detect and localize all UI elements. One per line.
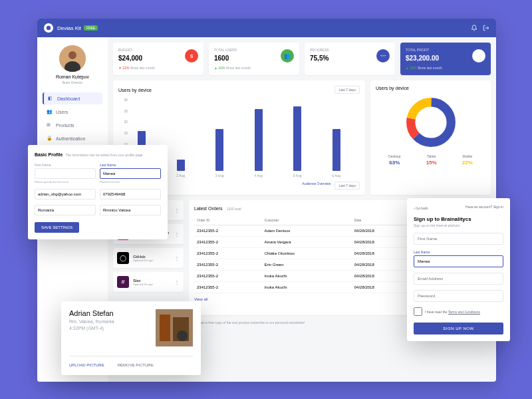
more-icon[interactable]: ⋮ [174, 279, 180, 285]
city-input[interactable] [100, 205, 161, 215]
svg-point-0 [47, 26, 51, 30]
terms-checkbox[interactable] [414, 307, 422, 316]
profile-card: Adrian Stefan Rm. Valcea, Romania 4:32PM… [61, 301, 201, 375]
users-icon: 👥 [281, 49, 294, 63]
more-icon[interactable]: ⋮ [174, 255, 180, 261]
sidebar-item-authentication[interactable]: 🔒Authentication [43, 132, 102, 144]
exit-icon[interactable] [483, 25, 489, 31]
audience-link[interactable]: Audience Overview [302, 182, 331, 190]
last-name-input[interactable] [100, 168, 161, 179]
user-name: Roman Kutepov [43, 74, 102, 79]
dashboard-icon: ◧ [48, 96, 53, 101]
first-name-input[interactable] [35, 168, 96, 179]
brand-name: Devias Kit [57, 25, 81, 31]
user-avatar[interactable] [59, 45, 86, 72]
products-icon: ⊞ [47, 122, 52, 128]
more-icon[interactable]: ⋮ [174, 231, 180, 237]
donut-chart [404, 96, 458, 149]
device-stat: Desktop63% [388, 154, 400, 166]
terms-link[interactable]: Terms and Conditions [448, 310, 480, 314]
bar: 5 Aug [281, 106, 315, 178]
donut-title: Users by device [376, 86, 409, 90]
signup-password[interactable] [414, 290, 503, 302]
sidebar-item-products[interactable]: ⊞Products [43, 119, 102, 131]
device-stat: Tablet15% [426, 154, 437, 166]
chart-title: Users by device [118, 88, 152, 92]
bill-icon: ▭ [472, 49, 485, 63]
bar: 6 Aug [320, 129, 354, 178]
donut-panel: Users by device Desktop63%Tablet15%Mobil… [370, 80, 491, 195]
country-input[interactable] [35, 205, 96, 215]
sidebar-item-users[interactable]: 👥Users [43, 106, 102, 118]
app-item[interactable]: ◯GitHubUpdated 5hr ago⋮ [113, 248, 184, 268]
go-back-link[interactable]: ‹ Go back [414, 206, 428, 210]
kpi-card: BUDGET$24,000$▼ 12% Since last month [113, 43, 203, 75]
range-select-2[interactable]: Last 7 days [334, 182, 360, 190]
svg-rect-8 [160, 315, 170, 341]
bar: 3 Aug [203, 129, 237, 178]
upload-picture-button[interactable]: UPLOAD PICTURE [69, 363, 104, 367]
topbar: Devias Kit FREE [37, 19, 496, 37]
svg-point-10 [177, 331, 188, 341]
email-input[interactable] [35, 189, 96, 200]
kpi-card: TOTAL USERS1600👥▲ 16% Since last month [209, 43, 299, 75]
signup-first-name[interactable] [414, 233, 503, 245]
signup-form: ‹ Go back Have an account? Sign in Sign … [407, 198, 510, 341]
app-item[interactable]: #SlacUpdated 5hr ago⋮ [113, 272, 184, 292]
logo-icon [44, 23, 53, 33]
remove-picture-button[interactable]: REMOVE PICTURE [118, 363, 154, 367]
kpi-card: PROGRESS75,5%〰 [305, 43, 395, 75]
device-stat: Mobile22% [462, 154, 473, 166]
signup-title: Sign up to Brainalitycs [414, 216, 503, 222]
signup-last-name[interactable] [414, 255, 503, 267]
trend-icon: 〰 [376, 49, 390, 63]
more-icon[interactable]: ⋮ [174, 207, 180, 213]
range-select[interactable]: Last 7 days [334, 86, 360, 94]
basic-profile-form: Basic ProfileThe information can be edit… [28, 145, 168, 239]
signup-email[interactable] [414, 273, 503, 285]
bell-icon[interactable] [471, 25, 477, 31]
save-settings-button[interactable]: SAVE SETTINGS [35, 222, 79, 233]
signup-button[interactable]: SIGN UP NOW [414, 323, 503, 334]
orders-title: Latest Orders [194, 206, 222, 211]
free-badge: FREE [84, 25, 98, 31]
users-icon: 👥 [47, 109, 52, 114]
phone-input[interactable] [100, 189, 161, 200]
bar: 4 Aug [242, 109, 276, 178]
authentication-icon: 🔒 [47, 136, 52, 141]
svg-point-2 [68, 51, 76, 59]
kpi-card: TOTAL PROFIT$23,200.00▭▲ 18% Since last … [400, 43, 491, 75]
sidebar-item-dashboard[interactable]: ◧Dashboard [43, 92, 102, 104]
bar: 2 Aug [164, 160, 198, 178]
signin-link[interactable]: Have an account? Sign in [466, 205, 503, 209]
profile-photo [156, 309, 193, 346]
money-icon: $ [185, 49, 198, 63]
user-role: Brain Director [43, 80, 102, 84]
